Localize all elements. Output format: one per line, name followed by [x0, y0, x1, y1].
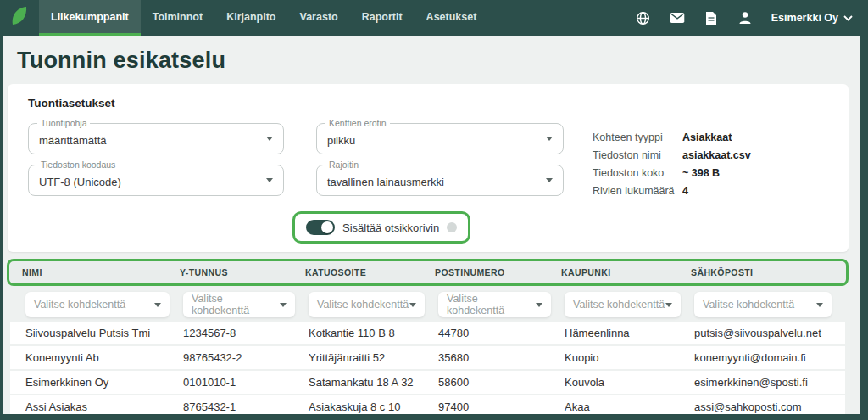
select-value: pilkku	[327, 132, 355, 147]
toggle-label: Sisältää otsikkorivin	[342, 221, 439, 234]
nav-item-asetukset[interactable]: Asetukset	[415, 0, 489, 36]
column-header-sahkoposti: SÄHKÖPOSTI	[691, 267, 846, 277]
info-value: asiakkaat.csv	[682, 149, 751, 161]
mapping-select-katuosoite[interactable]: Valitse kohdekenttä	[309, 292, 425, 317]
info-row-tiedoston-nimi: Tiedoston nimi asiakkaat.csv	[593, 146, 751, 164]
dropdown-arrow-icon	[665, 303, 672, 307]
cell-nimi: Konemyynti Ab	[25, 351, 183, 364]
cell-nimi: Siivouspalvelu Putsis Tmi	[25, 327, 183, 339]
mail-icon[interactable]	[670, 10, 685, 25]
info-label: Kohteen tyyppi	[593, 132, 682, 143]
dropdown-arrow-icon	[266, 137, 273, 141]
info-value: 4	[682, 185, 688, 197]
import-settings-form: Tuontipohja määrittämättä Tiedoston kood…	[28, 123, 828, 206]
globe-icon[interactable]	[636, 10, 651, 25]
cell-katuosoite: Kotkantie 110 B 8	[309, 327, 438, 339]
dropdown-arrow-icon	[409, 303, 416, 307]
dropdown-arrow-icon	[546, 178, 553, 182]
info-label: Tiedoston koko	[593, 167, 682, 179]
page-content: Tuonnin esikatselu Tuontiasetukset Tuont…	[3, 36, 860, 414]
select-tiedoston-koodaus[interactable]: Tiedoston koodaus UTF-8 (Unicode)	[28, 165, 284, 196]
main-menu: Liikekumppanit Toiminnot Kirjanpito Vara…	[39, 0, 488, 36]
column-header-katuosoite: KATUOSOITE	[305, 267, 435, 277]
cell-katuosoite: Asiakaskuja 8 c 10	[309, 400, 438, 413]
cell-postinumero: 44780	[438, 327, 565, 339]
select-label: Rajoitin	[326, 160, 362, 170]
mapping-placeholder: Valitse kohdekenttä	[192, 293, 280, 316]
select-value: tavallinen lainausmerkki	[327, 173, 444, 188]
cell-nimi: Assi Asiakas	[25, 400, 183, 413]
cell-kaupunki: Kouvola	[565, 376, 694, 389]
dropdown-arrow-icon	[154, 303, 161, 307]
top-navigation: Liikekumppanit Toiminnot Kirjanpito Vara…	[0, 0, 868, 36]
import-settings-card: Tuontiasetukset Tuontipohja määrittämätt…	[8, 84, 849, 252]
header-row-toggle[interactable]	[306, 220, 335, 235]
nav-item-kirjanpito[interactable]: Kirjanpito	[214, 0, 287, 36]
company-menu[interactable]: Esimerkki Oy	[771, 12, 853, 24]
column-header-y-tunnus: Y-TUNNUS	[180, 267, 305, 277]
cell-y-tunnus: 1234567-8	[183, 327, 309, 339]
leaf-logo-icon	[10, 5, 29, 31]
mapping-select-postinumero[interactable]: Valitse kohdekenttä	[438, 292, 551, 317]
cell-sahkoposti: assi@sahkoposti.com	[694, 400, 845, 413]
field-mapping-row: Valitse kohdekenttä Valitse kohdekenttä …	[10, 289, 845, 320]
cell-postinumero: 97400	[438, 400, 565, 413]
mapping-select-y-tunnus[interactable]: Valitse kohdekenttä	[183, 292, 295, 317]
company-name: Esimerkki Oy	[771, 12, 838, 24]
cell-katuosoite: Satamankatu 18 A 32	[309, 376, 438, 389]
info-row-rivien-lukumaara: Rivien lukumäärä 4	[593, 182, 751, 199]
info-row-tiedoston-koko: Tiedoston koko ~ 398 B	[593, 164, 751, 182]
dropdown-arrow-icon	[536, 303, 542, 307]
card-title: Tuontiasetukset	[28, 97, 828, 109]
table-row: Esimerkkinen Oy 0101010-1 Satamankatu 18…	[10, 371, 845, 395]
dropdown-arrow-icon	[266, 178, 273, 182]
column-header-nimi: NIMI	[22, 267, 180, 277]
mapping-placeholder: Valitse kohdekenttä	[34, 299, 125, 311]
cell-sahkoposti: konemyynti@domain.fi	[694, 351, 845, 364]
document-icon[interactable]	[704, 10, 719, 25]
select-value: UTF-8 (Unicode)	[39, 173, 121, 188]
cell-katuosoite: Yrittäjänraitti 52	[309, 351, 438, 364]
nav-item-varasto[interactable]: Varasto	[288, 0, 350, 36]
preview-table-body: Siivouspalvelu Putsis Tmi 1234567-8 Kotk…	[10, 322, 845, 414]
file-info-list: Kohteen tyyppi Asiakkaat Tiedoston nimi …	[593, 123, 751, 206]
mapping-select-nimi[interactable]: Valitse kohdekenttä	[25, 292, 170, 317]
mapping-placeholder: Valitse kohdekenttä	[703, 299, 794, 311]
nav-right-tools: Esimerkki Oy	[636, 0, 868, 36]
cell-kaupunki: Hämeenlinna	[565, 327, 694, 339]
highlight-box: Sisältää otsikkorivin	[292, 211, 470, 244]
select-value: määrittämättä	[39, 132, 106, 147]
cell-sahkoposti: esimerkkinen@sposti.fi	[694, 376, 845, 389]
cell-y-tunnus: 98765432-2	[183, 351, 309, 364]
mapping-select-sahkoposti[interactable]: Valitse kohdekenttä	[694, 292, 832, 317]
nav-item-raportit[interactable]: Raportit	[350, 0, 415, 36]
table-row: Assi Asiakas 8765432-1 Asiakaskuja 8 c 1…	[10, 395, 845, 414]
nav-item-liikekumppanit[interactable]: Liikekumppanit	[39, 0, 141, 36]
page-title: Tuonnin esikatselu	[17, 48, 860, 74]
app-logo[interactable]	[0, 0, 39, 36]
chevron-down-icon	[843, 12, 853, 24]
select-rajoitin[interactable]: Rajoitin tavallinen lainausmerkki	[316, 165, 564, 196]
table-header-row: NIMI Y-TUNNUS KATUOSOITE POSTINUMERO KAU…	[7, 259, 849, 286]
nav-item-toiminnot[interactable]: Toiminnot	[141, 0, 214, 36]
info-value: ~ 398 B	[682, 167, 720, 179]
cell-y-tunnus: 8765432-1	[183, 400, 309, 413]
cell-sahkoposti: putsis@siivouspalvelu.net	[694, 327, 845, 339]
header-row-toggle-area: Sisältää otsikkorivin	[292, 211, 828, 244]
mapping-placeholder: Valitse kohdekenttä	[317, 299, 409, 311]
info-label: Tiedoston nimi	[593, 149, 682, 161]
mapping-placeholder: Valitse kohdekenttä	[573, 299, 665, 311]
cell-postinumero: 35680	[438, 351, 565, 364]
table-row: Siivouspalvelu Putsis Tmi 1234567-8 Kotk…	[10, 322, 845, 346]
info-label: Rivien lukumäärä	[593, 185, 682, 197]
user-icon[interactable]	[737, 10, 753, 25]
info-icon[interactable]	[447, 222, 457, 232]
mapping-select-kaupunki[interactable]: Valitse kohdekenttä	[565, 292, 681, 317]
cell-postinumero: 58600	[438, 376, 565, 389]
dropdown-arrow-icon	[280, 303, 287, 307]
cell-nimi: Esimerkkinen Oy	[25, 376, 183, 389]
select-kenttien-erotin[interactable]: Kenttien erotin pilkku	[316, 123, 564, 154]
info-row-kohteen-tyyppi: Kohteen tyyppi Asiakkaat	[593, 128, 751, 146]
select-tuontipohja[interactable]: Tuontipohja määrittämättä	[28, 123, 284, 154]
cell-kaupunki: Akaa	[565, 400, 694, 413]
